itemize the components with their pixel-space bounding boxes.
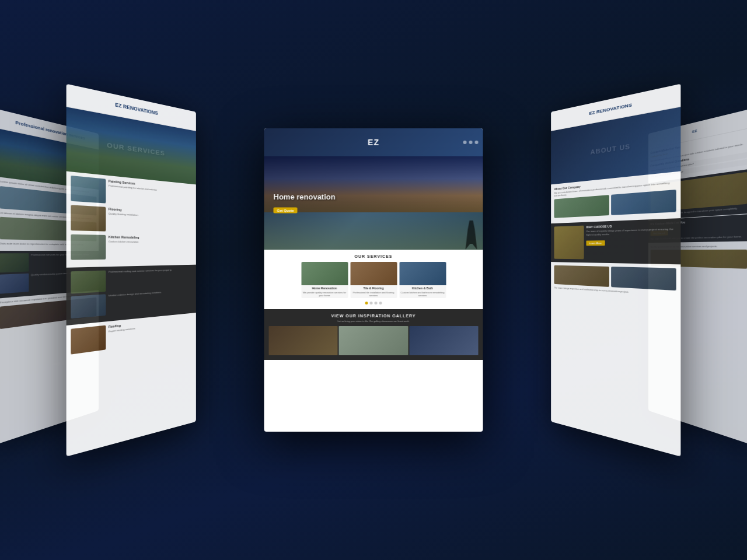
nav-dot-3 [475,141,479,144]
center-header: EZ [264,128,483,156]
left1-service-3: Kitchen Remodeling Custom kitchen renova… [71,235,193,260]
right1-logo: EZ RENOVATIONS [589,102,631,116]
left1-service-text-4: Roofing Expert roofing solutions [109,316,193,349]
center-gallery-title: VIEW OUR INSPIRATION GALLERY [269,314,479,318]
left1-content: Painting Services Professional painting … [67,172,196,268]
center-gallery-grid [269,326,479,355]
center-hero-title: Home renovation [274,192,336,201]
nav-dot-1 [463,141,467,144]
left1-dark-img-2 [71,294,106,318]
center-gallery-item-1 [269,326,338,355]
left1-service-img-3 [71,235,106,260]
dot-1 [370,302,373,304]
left1-service-text-1: Painting Services Professional painting … [109,179,193,209]
center-logo: EZ [368,138,379,147]
right1-dark-content: WHY CHOOSE US Our team of experts brings… [554,222,676,261]
center-nav [463,141,479,144]
left1-service-img-1 [71,176,106,204]
left2-dark-img-1 [0,253,29,272]
left1-service-desc-3: Custom kitchen renovation [109,240,193,244]
dot-active [365,302,368,304]
dot-2 [375,302,378,304]
center-service-desc-3: Custom kitchen and bathroom remodeling s… [399,291,446,298]
left1-service-title-3: Kitchen Remodeling [109,235,193,240]
left1-service-img-2 [71,205,106,231]
center-service-img-3 [399,262,446,285]
center-service-label-3: Kitchen & Bath [399,285,446,291]
left1-service-text-3: Kitchen Remodeling Custom kitchen renova… [109,235,193,260]
center-services-grid: Home Renovation We provide quality renov… [269,262,479,298]
main-scene: Professional renovation services Lorem i… [111,76,636,484]
left1-dark-text-2: Modern interior design and remodeling so… [109,290,162,315]
right1-dark: WHY CHOOSE US Our team of experts brings… [551,218,680,264]
left1-dark-text-1: Professional roofing and exterior servic… [109,268,172,292]
right1-dark-text: WHY CHOOSE US Our team of experts brings… [586,222,676,261]
center-service-1: Home Renovation We provide quality renov… [301,262,348,298]
right1-why-body: Our team of experts brings years of expe… [586,228,676,236]
left2-dark-img-2 [0,273,29,293]
dot-3 [379,302,382,304]
center-service-3: Kitchen & Bath Custom kitchen and bathro… [399,262,446,298]
right1-learn-more-btn[interactable]: Learn More [586,240,605,246]
center-hero-text: Home renovation Get Quote [274,192,336,214]
center-gallery-subtitle: Let us bring your vision to life. Our ga… [269,320,479,323]
center-gallery-item-3 [409,326,478,355]
left1-service-2: Flooring Quality flooring installation [71,205,193,233]
left-card-1: EZ RENOVATIONS OUR SERVICES Painting Ser… [67,84,196,457]
right1-dark-img [554,226,584,260]
center-service-desc-2: Professional tile installation and floor… [350,291,397,298]
left1-logo: EZ RENOVATIONS [115,102,158,116]
center-service-img-1 [301,262,348,285]
nav-dot-2 [469,141,473,144]
center-service-img-2 [350,262,397,285]
center-service-2: Tile & Flooring Professional tile instal… [350,262,397,298]
center-hero-button[interactable]: Get Quote [274,208,298,214]
left1-dark-img-1 [71,271,106,294]
center-card: EZ Home renovation Get Quote OUR SERVICE… [264,128,483,432]
center-service-desc-1: We provide quality renovation services f… [301,291,348,298]
center-gallery: VIEW OUR INSPIRATION GALLERY Let us brin… [264,309,483,360]
left1-service-text-2: Flooring Quality flooring installation [109,207,193,233]
center-services: OUR SERVICES Home Renovation We provide … [264,250,483,309]
right1-img-1 [554,195,609,218]
center-dots [269,302,479,304]
center-gallery-item-2 [339,326,408,355]
center-service-label-2: Tile & Flooring [350,285,397,291]
left1-service-img-4 [71,326,106,355]
right1-img-2 [611,190,676,215]
right-card-1: EZ RENOVATIONS ABOUT US About Our Compan… [551,84,680,457]
right1-img-4 [611,267,676,290]
right1-img-3 [554,265,609,287]
center-service-label-1: Home Renovation [301,285,348,291]
right1-white-2: Our team brings expertise and craftsmans… [551,262,680,303]
center-services-title: OUR SERVICES [269,254,479,258]
center-hero: Home renovation Get Quote [264,156,483,250]
